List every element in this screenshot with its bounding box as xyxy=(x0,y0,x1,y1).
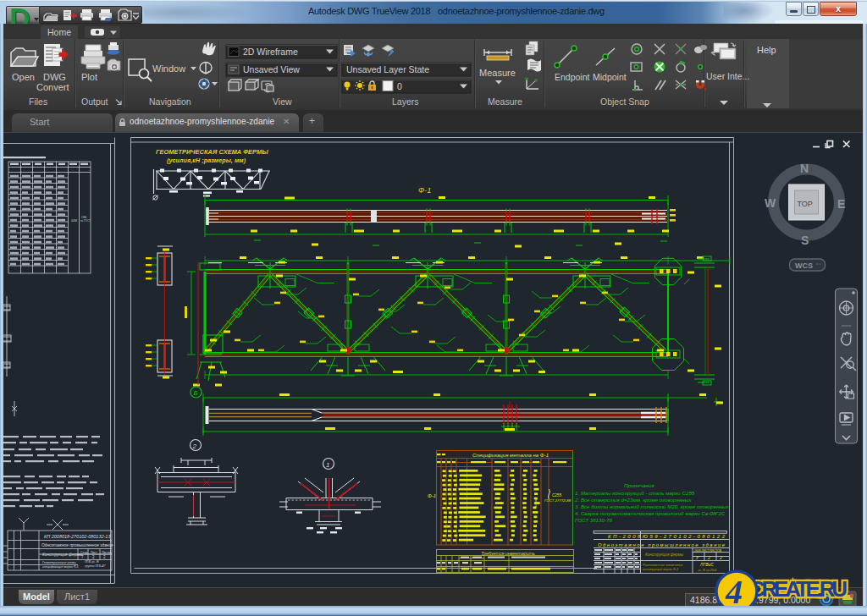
svg-text:W: W xyxy=(765,196,776,210)
svg-text:конструкций марки Ф-1: конструкций марки Ф-1 xyxy=(643,568,678,571)
svg-text:E: E xyxy=(837,197,845,211)
svg-text:У: У xyxy=(696,555,699,560)
svg-text:Конструкция фермы: Конструкция фермы xyxy=(645,553,684,557)
svg-text:7: 7 xyxy=(81,555,84,559)
svg-text:2: 2 xyxy=(707,555,710,560)
svg-text:2. Все отверстия d=23мм, кроме: 2. Все отверстия d=23мм, кроме оговоренн… xyxy=(574,497,692,503)
svg-text:3. Все болты нормальной точнос: 3. Все болты нормальной точности М20, кр… xyxy=(575,503,730,509)
svg-text:Б: Б xyxy=(194,389,198,397)
svg-text:Листов: Листов xyxy=(102,551,112,554)
svg-text:Расположение элементов: Расположение элементов xyxy=(643,564,682,567)
svg-text:2008.ЛИСТ.ЛИСТОВ: 2008.ЛИСТ.ЛИСТОВ xyxy=(694,549,722,553)
svg-text:2: 2 xyxy=(719,555,722,560)
svg-text:1: 1 xyxy=(326,461,329,469)
svg-text:2: 2 xyxy=(103,555,106,559)
svg-text:CREATE.RU: CREATE.RU xyxy=(749,576,848,602)
svg-text:Одноэтажное промышленное здани: Одноэтажное промышленное здание xyxy=(598,542,726,547)
svg-text:(усилия,кН ;размеры, мм): (усилия,кН ;размеры, мм) xyxy=(167,157,246,164)
svg-text:Ф-1: Ф-1 xyxy=(428,493,436,498)
svg-text:Геометрическая схема,: Геометрическая схема, xyxy=(42,561,76,564)
svg-text:ЛГВ гр. Ж: ЛГВ гр. Ж xyxy=(84,560,100,564)
svg-text:2: 2 xyxy=(192,443,197,450)
svg-text:длина: длина xyxy=(533,498,538,508)
svg-text:S: S xyxy=(801,234,809,247)
svg-text:ГОСТ 38130-78: ГОСТ 38130-78 xyxy=(575,517,612,523)
svg-text:Одноэтажное промышленное здани: Одноэтажное промышленное здание xyxy=(41,543,113,547)
svg-text:TOP: TOP xyxy=(798,200,813,208)
svg-text:Конструкция фермы: Конструкция фермы xyxy=(42,553,83,557)
svg-text:N: N xyxy=(800,162,809,175)
svg-text:группа ПГБ-47: группа ПГБ-47 xyxy=(85,564,106,568)
svg-text:2: 2 xyxy=(92,555,95,559)
svg-text:ГЕОМЕТРИЧЕСКАЯ СХЕМА ФЕРМЫ: ГЕОМЕТРИЧЕСКАЯ СХЕМА ФЕРМЫ xyxy=(156,148,268,156)
svg-text:С255: С255 xyxy=(552,493,561,498)
svg-text:Ф-1: Ф-1 xyxy=(418,186,431,195)
svg-text:КП 2008018-270102-080132-13: КП 2008018-270102-080132-13 xyxy=(44,534,111,539)
svg-text:Спецификация металла на Ф-1: Спецификация металла на Ф-1 xyxy=(472,453,549,458)
svg-text:по ГОСТ: по ГОСТ xyxy=(80,219,91,223)
svg-text:Примечания: Примечания xyxy=(624,482,654,488)
svg-text:40М: 40М xyxy=(71,219,77,223)
svg-text:КП-2008Ю59-270102-080122: КП-2008Ю59-270102-080122 xyxy=(608,534,726,539)
svg-text:1. Материалы конструкций - с: 1. Материалы конструкций - сталь марки С… xyxy=(575,490,695,496)
svg-text:ГОСТ 27772-88: ГОСТ 27772-88 xyxy=(544,498,572,503)
svg-text:спецификация марки Ф-1: спецификация марки Ф-1 xyxy=(42,565,79,569)
svg-text:WCS: WCS xyxy=(795,261,813,270)
svg-text:4. Сварка полуавтоматическая п: 4. Сварка полуавтоматическая проволокой … xyxy=(575,510,726,516)
svg-text:ЛГВиС: ЛГВиС xyxy=(699,562,714,567)
svg-text:Требуется инвентарить: Требуется инвентарить xyxy=(481,551,535,556)
svg-text:Лист: Лист xyxy=(91,551,97,554)
svg-text:Стад: Стад xyxy=(80,551,88,554)
